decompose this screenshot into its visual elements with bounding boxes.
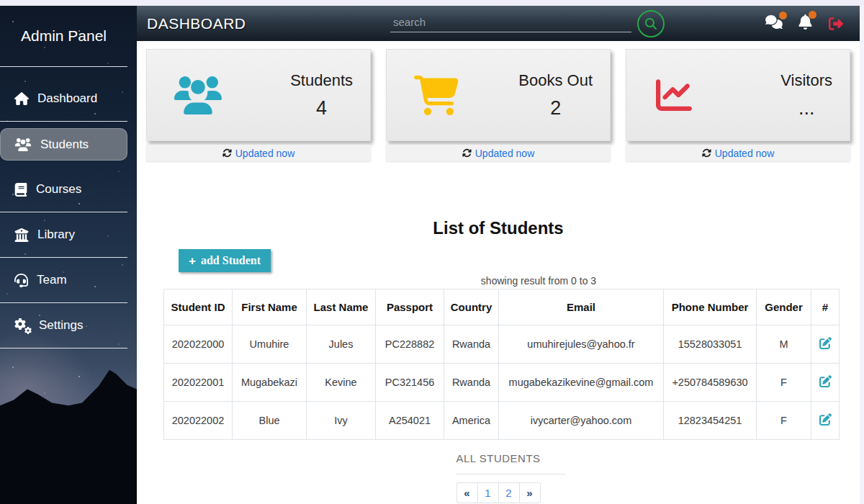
- cell-gender: F: [757, 364, 811, 402]
- cell-student-id: 202022001: [164, 364, 233, 402]
- logout-button[interactable]: [828, 17, 844, 31]
- card-footer-label: Updated now: [475, 148, 535, 159]
- book-icon: [14, 183, 27, 197]
- cell-phone: +250784589630: [664, 364, 757, 402]
- sidebar-item-courses[interactable]: Courses: [0, 167, 127, 212]
- sidebar-title: Admin Panel: [0, 6, 127, 67]
- card-updated-link[interactable]: Updated now: [626, 145, 850, 161]
- chart-line-icon: [654, 77, 694, 113]
- sidebar-item-label: Library: [37, 228, 75, 242]
- cell-last-name: Kevine: [307, 364, 376, 402]
- showing-result-text: showing result from 0 to 3: [177, 275, 860, 287]
- books-out-stat-card: Books Out 2: [386, 49, 611, 141]
- cell-passport: PC228882: [376, 325, 444, 364]
- pagination-divider: [456, 474, 566, 474]
- column-header: Passport: [376, 289, 444, 325]
- refresh-icon: [702, 148, 711, 158]
- add-student-label: add Student: [201, 254, 261, 267]
- card-title: Books Out: [518, 71, 593, 90]
- list-of-students-heading: List of Students: [137, 218, 860, 238]
- cell-passport: A254021: [376, 402, 444, 440]
- card-title: Students: [290, 71, 353, 90]
- notifications-button[interactable]: [798, 14, 812, 32]
- page-title: DASHBOARD: [147, 15, 246, 32]
- refresh-icon: [462, 148, 472, 158]
- cell-student-id: 202022002: [164, 402, 233, 440]
- plus-icon: +: [189, 255, 196, 267]
- sidebar-menu: Dashboard Students Courses Library: [0, 76, 127, 348]
- column-header: Phone Number: [664, 289, 757, 325]
- edit-row-button[interactable]: [819, 337, 832, 349]
- cell-phone: 12823454251: [664, 402, 757, 440]
- card-value: 4: [316, 97, 327, 120]
- sidebar-item-dashboard[interactable]: Dashboard: [0, 76, 127, 122]
- cell-country: Rwanda: [444, 325, 499, 364]
- all-students-label: ALL STUDENTS: [137, 452, 860, 464]
- pagination-page-2[interactable]: 2: [498, 482, 520, 503]
- sidebar-item-students[interactable]: Students: [0, 122, 127, 167]
- column-header: Student ID: [164, 289, 233, 325]
- search-icon: [645, 18, 657, 30]
- cell-email: umuhirejules@yahoo.fr: [499, 325, 664, 364]
- cell-email: ivycarter@yahoo.com: [499, 402, 664, 440]
- column-header: Gender: [757, 289, 811, 325]
- gears-icon: [14, 318, 30, 333]
- column-header: Country: [444, 289, 499, 325]
- table-row: 202022001 Mugabekazi Kevine PC321456 Rwa…: [164, 364, 840, 402]
- students-stat-card: Students 4: [146, 49, 371, 141]
- browser-top-strip: [0, 0, 864, 6]
- main-content: Students 4 Updated now Books Out 2 Updat…: [137, 41, 860, 504]
- table-header-row: Student ID First Name Last Name Passport…: [164, 289, 840, 325]
- card-footer-label: Updated now: [715, 148, 775, 159]
- column-header: Email: [499, 289, 664, 325]
- cell-email: mugabekazikevine@gmail.com: [499, 364, 664, 402]
- card-updated-link[interactable]: Updated now: [146, 145, 371, 161]
- cell-first-name: Umuhire: [233, 325, 307, 364]
- cell-first-name: Mugabekazi: [233, 364, 307, 402]
- messages-button[interactable]: [765, 15, 783, 32]
- card-updated-link[interactable]: Updated now: [386, 145, 611, 161]
- search-input[interactable]: [390, 14, 631, 32]
- topbar: DASHBOARD: [137, 6, 860, 41]
- sidebar-item-library[interactable]: Library: [0, 212, 127, 258]
- card-title: Visitors: [780, 71, 832, 90]
- library-building-icon: [14, 228, 29, 242]
- cell-first-name: Blue: [233, 402, 307, 440]
- logout-icon: [828, 17, 844, 31]
- sidebar-item-label: Dashboard: [37, 91, 97, 106]
- students-table: Student ID First Name Last Name Passport…: [163, 289, 840, 440]
- sidebar: Admin Panel Dashboard Students Courses: [0, 6, 137, 504]
- cart-icon: [414, 76, 459, 115]
- cell-country: Rwanda: [444, 364, 499, 402]
- card-value: ...: [798, 97, 815, 120]
- add-student-button[interactable]: + add Student: [179, 249, 271, 272]
- cell-gender: F: [757, 402, 811, 440]
- visitors-stat-card: Visitors ...: [626, 49, 850, 141]
- edit-icon: [819, 375, 832, 387]
- cell-last-name: Jules: [307, 325, 376, 364]
- edit-icon: [819, 337, 832, 349]
- edit-row-button[interactable]: [819, 413, 832, 426]
- column-header: #: [811, 289, 840, 325]
- pagination-prev-button[interactable]: «: [456, 482, 478, 503]
- scrollbar-strip[interactable]: [860, 0, 864, 504]
- headset-icon: [14, 274, 28, 287]
- sidebar-item-settings[interactable]: Settings: [0, 303, 127, 348]
- table-row: 202022002 Blue Ivy A254021 America ivyca…: [164, 402, 840, 440]
- sidebar-item-label: Courses: [36, 182, 81, 197]
- column-header: Last Name: [307, 289, 376, 325]
- column-header: First Name: [233, 289, 307, 325]
- sidebar-item-label: Team: [37, 273, 67, 287]
- cell-gender: M: [757, 325, 811, 364]
- cell-last-name: Ivy: [307, 402, 376, 440]
- cell-country: America: [444, 402, 499, 440]
- sidebar-item-label: Settings: [39, 318, 83, 333]
- pagination-page-1[interactable]: 1: [477, 482, 499, 503]
- pagination-next-button[interactable]: »: [519, 482, 541, 503]
- search-button[interactable]: [637, 10, 665, 37]
- home-icon: [14, 92, 29, 105]
- edit-row-button[interactable]: [819, 375, 832, 387]
- refresh-icon: [222, 148, 232, 158]
- sidebar-item-team[interactable]: Team: [0, 258, 127, 303]
- stat-cards-row: Students 4 Updated now Books Out 2 Updat…: [137, 41, 860, 161]
